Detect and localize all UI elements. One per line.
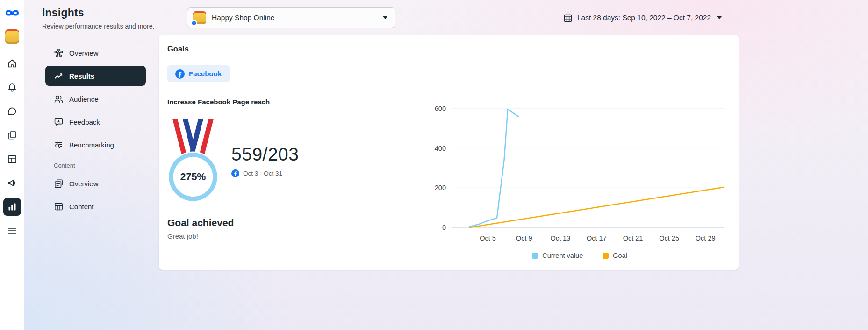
svg-text:Oct 9: Oct 9	[516, 235, 532, 242]
sidebar-item-label: Overview	[69, 49, 99, 57]
results-trend-icon	[53, 71, 64, 81]
goal-value-block: 559/203 Oct 3 - Oct 31	[231, 144, 299, 177]
facebook-logo-icon	[231, 169, 239, 177]
notifications-bell-icon	[7, 82, 18, 93]
app-icon-rail	[0, 0, 24, 330]
goal-date-range: Oct 3 - Oct 31	[231, 169, 299, 177]
date-range-text: Last 28 days: Sep 10, 2022 – Oct 7, 2022	[577, 14, 711, 22]
sidebar-item-content-overview[interactable]: Overview	[45, 174, 146, 193]
meta-infinity-icon	[5, 7, 20, 18]
messages-button[interactable]	[3, 103, 21, 120]
ads-manager-button[interactable]	[3, 150, 21, 168]
feedback-bubble-star-icon	[53, 117, 64, 127]
svg-text:600: 600	[435, 105, 446, 112]
business-selector-avatar	[193, 11, 206, 24]
platform-tabs: Facebook	[167, 65, 729, 82]
goal-progress-percent: 275%	[180, 171, 206, 183]
overview-nodes-icon	[53, 48, 64, 59]
chart-legend: Current valueGoal	[532, 252, 627, 259]
svg-text:Oct 21: Oct 21	[623, 235, 643, 242]
posts-stack-icon	[53, 178, 64, 189]
sidebar-item-label: Overview	[69, 180, 99, 188]
sidebar-item-label: Content	[69, 203, 94, 211]
pages-stack-icon	[7, 130, 18, 141]
legend-swatch	[603, 253, 609, 259]
svg-text:Oct 13: Oct 13	[550, 235, 570, 242]
svg-text:Oct 17: Oct 17	[587, 235, 607, 242]
legend-swatch	[532, 253, 538, 259]
goal-status-title: Goal achieved	[167, 217, 430, 228]
goal-metric-row: 275% 559/203 Oct 3 - Oct 31	[167, 118, 430, 203]
benchmarking-search-icon	[53, 139, 64, 150]
page: Insights Review performance results and …	[24, 0, 722, 270]
sidebar-item-benchmarking[interactable]: Benchmarking	[45, 135, 146, 154]
promote-megaphone-icon	[7, 177, 18, 189]
facebook-badge-icon	[191, 20, 197, 26]
goal-chart: 0200400600Oct 5Oct 9Oct 13Oct 17Oct 21Oc…	[430, 102, 729, 248]
goal-date-range-text: Oct 3 - Oct 31	[243, 170, 282, 177]
sidebar-item-audience[interactable]: Audience	[45, 89, 146, 109]
facebook-tab-label: Facebook	[189, 70, 222, 78]
goal-summary: 275% 559/203 Oct 3 - Oct 31	[167, 112, 430, 259]
sidebar-item-label: Benchmarking	[69, 141, 114, 149]
legend-label: Goal	[613, 252, 627, 259]
svg-text:0: 0	[442, 224, 446, 231]
title-block: Insights Review performance results and …	[42, 7, 187, 30]
chevron-down-icon	[383, 16, 387, 19]
goal-medal-icon: 275%	[167, 118, 219, 203]
ads-grid-icon	[7, 154, 18, 165]
insights-sidenav: Overview Results Audience	[45, 35, 146, 220]
business-name: Happy Shop Online	[212, 14, 274, 22]
legend-label: Current value	[542, 252, 583, 259]
goals-card: Goals Facebook Increase Facebook Page re…	[159, 35, 739, 270]
sidebar-item-overview[interactable]: Overview	[45, 43, 146, 63]
all-tools-menu-icon	[7, 225, 18, 236]
facebook-tab[interactable]: Facebook	[167, 65, 230, 82]
sidebar-item-label: Results	[69, 72, 94, 80]
home-icon	[7, 58, 18, 69]
goal-section: Increase Facebook Page reach	[167, 98, 729, 259]
svg-text:Oct 25: Oct 25	[659, 235, 679, 242]
goal-value: 559/203	[231, 144, 299, 165]
sidebar-item-content[interactable]: Content	[45, 197, 146, 216]
page-header: Insights Review performance results and …	[24, 0, 722, 35]
audience-people-icon	[53, 94, 64, 104]
goal-status-subtext: Great job!	[167, 232, 430, 240]
messages-chat-icon	[7, 106, 18, 117]
meta-logo[interactable]	[5, 7, 20, 18]
sidebar-item-feedback[interactable]: Feedback	[45, 112, 146, 132]
svg-text:Oct 29: Oct 29	[696, 235, 716, 242]
page-title: Insights	[42, 7, 187, 19]
goal-body: 275% 559/203 Oct 3 - Oct 31	[167, 112, 729, 259]
goals-card-title: Goals	[167, 44, 729, 53]
date-range-selector[interactable]: Last 28 days: Sep 10, 2022 – Oct 7, 2022	[563, 13, 722, 23]
legend-item: Current value	[532, 252, 583, 259]
svg-text:400: 400	[435, 145, 446, 152]
content-table-icon	[53, 201, 64, 212]
svg-text:Oct 5: Oct 5	[480, 235, 496, 242]
chevron-down-icon	[717, 16, 722, 19]
business-avatar[interactable]	[5, 29, 19, 44]
page-subtitle: Review performance results and more.	[42, 22, 187, 30]
insights-button[interactable]	[3, 198, 21, 216]
business-selector[interactable]: Happy Shop Online	[187, 7, 395, 28]
content: Overview Results Audience	[24, 35, 722, 270]
goal-chart-area: 0200400600Oct 5Oct 9Oct 13Oct 17Oct 21Oc…	[430, 102, 729, 259]
sidebar-item-label: Feedback	[69, 118, 100, 126]
calendar-icon	[563, 13, 573, 23]
sidebar-section-content: Content	[54, 162, 146, 169]
goal-status: Goal achieved Great job!	[167, 217, 430, 240]
pages-button[interactable]	[3, 126, 21, 144]
promote-button[interactable]	[3, 174, 21, 192]
all-tools-button[interactable]	[3, 222, 21, 240]
insights-bars-icon	[7, 201, 18, 213]
svg-text:200: 200	[435, 184, 446, 191]
sidebar-item-label: Audience	[69, 95, 99, 103]
home-button[interactable]	[3, 55, 21, 73]
sidebar-item-results[interactable]: Results	[45, 66, 146, 86]
notifications-button[interactable]	[3, 79, 21, 96]
facebook-logo-icon	[175, 69, 185, 79]
legend-item: Goal	[603, 252, 627, 259]
